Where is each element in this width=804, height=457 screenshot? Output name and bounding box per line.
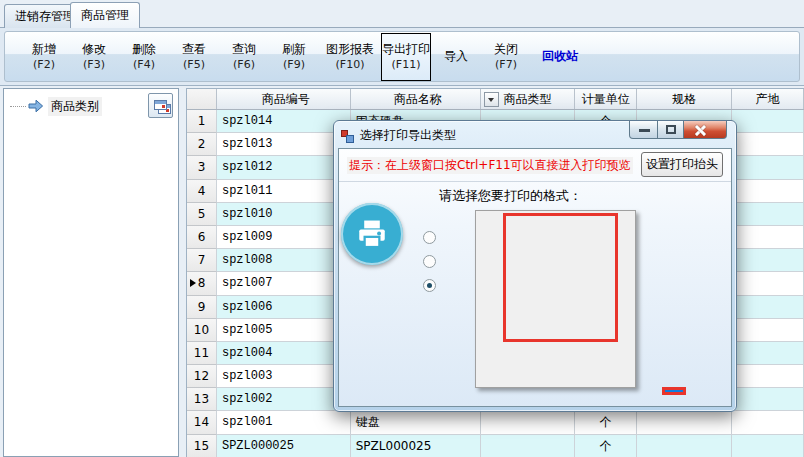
origin-cell[interactable] bbox=[732, 365, 804, 388]
toolbar-button[interactable]: 图形报表 (F10) bbox=[319, 33, 381, 81]
dialog-footer-button[interactable] bbox=[665, 390, 683, 392]
product-code-cell[interactable]: spzl013 bbox=[217, 133, 351, 156]
product-code-cell[interactable]: spzl009 bbox=[217, 226, 351, 249]
close-icon[interactable] bbox=[683, 121, 727, 139]
toolbar-button-shortcut: (F11) bbox=[392, 57, 421, 72]
format-radio-3-selected[interactable] bbox=[423, 279, 436, 292]
product-name-cell[interactable]: 键盘 bbox=[351, 411, 481, 434]
origin-cell[interactable] bbox=[732, 272, 804, 295]
spec-cell[interactable] bbox=[637, 411, 732, 434]
table-row[interactable]: 15 SPZL000025 SPZL000025 个 bbox=[187, 435, 804, 457]
origin-cell[interactable] bbox=[732, 180, 804, 203]
dialog-body: 提示：在上级窗口按Ctrl+F11可以直接进入打印预览 设置打印抬头 请选择您要… bbox=[338, 148, 732, 407]
toolbar-button-label: 刷新 bbox=[282, 42, 306, 57]
product-type-cell[interactable] bbox=[481, 435, 576, 457]
category-form-button[interactable] bbox=[148, 93, 173, 118]
toolbar-button[interactable]: 回收站 bbox=[531, 33, 589, 81]
row-number-cell: 15 bbox=[187, 435, 217, 457]
menu-item[interactable] bbox=[476, 255, 635, 277]
row-number-cell: 14 bbox=[187, 411, 217, 434]
table-row[interactable]: 14 spzl001 键盘 个 bbox=[187, 411, 804, 434]
table-header-row: 商品编号 商品名称 商品类型 计量单位 规格 产地 bbox=[187, 89, 804, 110]
product-code-cell[interactable]: spzl014 bbox=[217, 110, 351, 133]
toolbar-button[interactable]: 删除 (F4) bbox=[119, 33, 169, 81]
set-print-header-button[interactable]: 设置打印抬头 bbox=[641, 152, 723, 177]
header-spec[interactable]: 规格 bbox=[637, 89, 732, 109]
unit-cell[interactable]: 个 bbox=[575, 411, 637, 434]
row-number-cell: 13 bbox=[187, 388, 217, 411]
filter-dropdown-icon[interactable] bbox=[484, 92, 499, 107]
origin-cell[interactable] bbox=[732, 110, 804, 133]
unit-cell[interactable]: 个 bbox=[575, 435, 637, 457]
product-code-cell[interactable]: spzl006 bbox=[217, 296, 351, 319]
header-row-number bbox=[187, 89, 217, 109]
product-code-cell[interactable]: spzl001 bbox=[217, 411, 351, 434]
origin-cell[interactable] bbox=[732, 296, 804, 319]
product-code-cell[interactable]: spzl004 bbox=[217, 342, 351, 365]
minimize-icon[interactable] bbox=[629, 121, 658, 139]
origin-cell[interactable] bbox=[732, 156, 804, 179]
toolbar-button[interactable]: 修改 (F3) bbox=[69, 33, 119, 81]
toolbar-button[interactable]: 新增 (F2) bbox=[19, 33, 69, 81]
window-caption-buttons bbox=[630, 121, 727, 139]
toolbar-button[interactable]: 查询 (F6) bbox=[219, 33, 269, 81]
tab-product-management[interactable]: 商品管理 bbox=[70, 2, 140, 28]
menu-item[interactable] bbox=[476, 299, 635, 321]
header-product-name[interactable]: 商品名称 bbox=[351, 89, 481, 109]
origin-cell[interactable] bbox=[732, 388, 804, 411]
product-code-cell[interactable]: spzl007 bbox=[217, 272, 351, 295]
product-code-cell[interactable]: spzl012 bbox=[217, 156, 351, 179]
header-product-type[interactable]: 商品类型 bbox=[481, 89, 576, 109]
header-origin[interactable]: 产地 bbox=[732, 89, 804, 109]
format-radio-2[interactable] bbox=[423, 255, 436, 268]
product-code-cell[interactable]: spzl008 bbox=[217, 249, 351, 272]
product-code-cell[interactable]: spzl010 bbox=[217, 203, 351, 226]
row-number-cell: 8 bbox=[187, 272, 217, 295]
product-code-cell[interactable]: SPZL000025 bbox=[217, 435, 351, 457]
toolbar-button-label: 删除 bbox=[132, 42, 156, 57]
origin-cell[interactable] bbox=[732, 342, 804, 365]
header-product-code[interactable]: 商品编号 bbox=[217, 89, 351, 109]
toolbar-button-shortcut: (F6) bbox=[233, 57, 255, 72]
toolbar-band: 新增 (F2) 修改 (F3) 删除 (F4) 查看 (F5) 查询 (F6) … bbox=[0, 28, 804, 86]
format-radio-1[interactable] bbox=[423, 231, 436, 244]
dialog-title: 选择打印导出类型 bbox=[360, 127, 456, 144]
toolbar-button[interactable]: 查看 (F5) bbox=[169, 33, 219, 81]
toolbar-button-label: 修改 bbox=[82, 42, 106, 57]
row-number-cell: 2 bbox=[187, 133, 217, 156]
print-export-dialog: 选择打印导出类型 提示：在上级窗口按Ctrl+F11可以直接进入打印预览 设置打… bbox=[333, 120, 737, 412]
tree-item-product-category[interactable]: 商品类别 bbox=[10, 97, 102, 115]
origin-cell[interactable] bbox=[732, 203, 804, 226]
toolbar-button[interactable]: 导出打印 (F11) bbox=[381, 33, 431, 81]
origin-cell[interactable] bbox=[732, 319, 804, 342]
menu-item[interactable] bbox=[476, 211, 635, 233]
toolbar-button[interactable]: 导入 bbox=[431, 33, 481, 81]
maximize-icon[interactable] bbox=[657, 121, 684, 139]
header-product-type-label: 商品类型 bbox=[503, 91, 551, 108]
product-type-cell[interactable] bbox=[481, 411, 576, 434]
header-unit[interactable]: 计量单位 bbox=[575, 89, 637, 109]
product-code-cell[interactable]: spzl011 bbox=[217, 180, 351, 203]
spec-cell[interactable] bbox=[637, 435, 732, 457]
origin-cell[interactable] bbox=[732, 249, 804, 272]
toolbar-button[interactable]: 关闭 (F7) bbox=[481, 33, 531, 81]
menu-item[interactable] bbox=[476, 321, 635, 343]
product-code-cell[interactable]: spzl003 bbox=[217, 365, 351, 388]
origin-cell[interactable] bbox=[732, 133, 804, 156]
origin-cell[interactable] bbox=[732, 411, 804, 434]
toolbar-button[interactable]: 刷新 (F9) bbox=[269, 33, 319, 81]
printer-icon bbox=[341, 203, 403, 265]
menu-item[interactable] bbox=[476, 277, 635, 299]
dialog-hint-text: 提示：在上级窗口按Ctrl+F11可以直接进入打印预览 bbox=[347, 157, 633, 174]
toolbar-button-shortcut: (F7) bbox=[495, 57, 517, 72]
menu-item[interactable] bbox=[476, 343, 635, 365]
product-code-cell[interactable]: spzl002 bbox=[217, 388, 351, 411]
toolbar-button-shortcut: (F10) bbox=[336, 57, 365, 72]
product-name-cell[interactable]: SPZL000025 bbox=[351, 435, 481, 457]
menu-item[interactable] bbox=[476, 233, 635, 255]
product-code-cell[interactable]: spzl005 bbox=[217, 319, 351, 342]
origin-cell[interactable] bbox=[732, 435, 804, 457]
dialog-separator bbox=[339, 181, 731, 182]
origin-cell[interactable] bbox=[732, 226, 804, 249]
tab-bar: 进销存管理 商品管理 bbox=[0, 0, 804, 28]
